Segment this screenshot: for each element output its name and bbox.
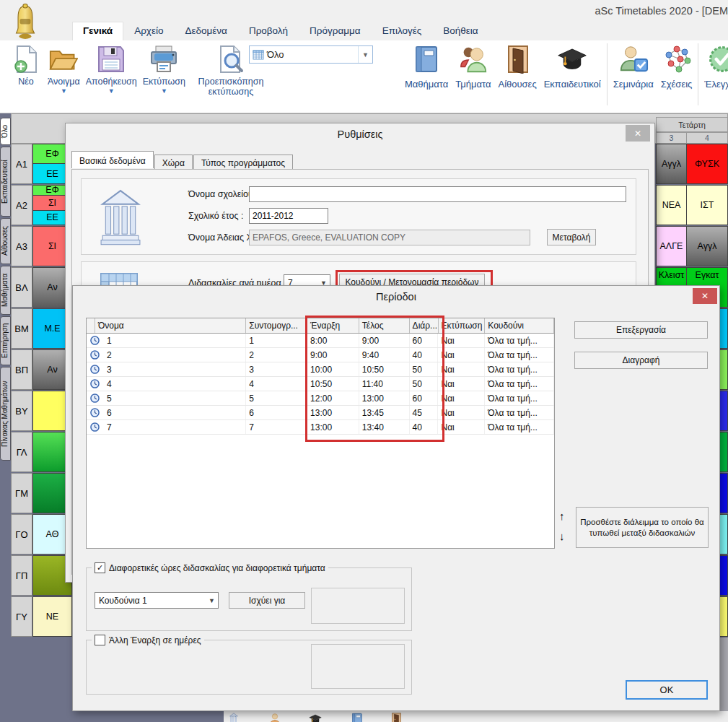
toolbar-button-label: Μαθήματα [405, 79, 448, 90]
toolbar-button[interactable]: Τμήματα [452, 43, 494, 91]
menu-item-4[interactable]: Προβολή [238, 22, 299, 40]
title-bar: aSc Timetables 2020 - [DEM [0, 0, 728, 22]
class-row-header[interactable]: ΒΥ [11, 391, 32, 431]
chevron-down-icon: ▼ [209, 597, 215, 604]
toolbar-button[interactable]: Εκτύπωση▼ [140, 43, 188, 96]
toolbar-button[interactable]: Άνοιγμα▼ [45, 43, 83, 96]
other-start-subframe [311, 644, 405, 689]
license-name-input [249, 230, 530, 245]
column-header[interactable]: Κουδούνι [485, 318, 554, 333]
toolbar-button[interactable]: Εκπαιδευτικοί [540, 43, 605, 91]
book-icon [411, 45, 442, 77]
toolbar-button[interactable]: Αίθουσες [494, 43, 540, 91]
clock-icon [87, 377, 104, 391]
toolbar-button[interactable]: Αποθήκευση▼ [83, 43, 140, 96]
school-name-input[interactable] [249, 186, 626, 202]
table-row[interactable]: 229:009:4040ΝαιΌλα τα τμή... [87, 348, 554, 362]
class-row-header[interactable]: ΒΛ [11, 267, 32, 308]
dropdown-caret-icon[interactable]: ▼ [161, 88, 167, 95]
column-header[interactable]: Διάρ... [410, 318, 439, 333]
graduation-cap-icon [309, 713, 322, 722]
sidebar-tab-3[interactable]: Αίθουσες [0, 218, 11, 264]
table-row[interactable]: 5512:0013:0060ΝαιΌλα τα τμή... [87, 391, 554, 406]
timetable-cell[interactable]: ΝΕ [32, 596, 72, 637]
toolbar-button[interactable]: Σχέσεις [657, 43, 696, 91]
move-up-icon[interactable]: ↑ [559, 510, 565, 522]
toolbar-button[interactable]: Έλεγχος [701, 43, 728, 91]
period-bell-cell: Όλα τα τμή... [485, 391, 554, 405]
menu-item-1[interactable]: Γενικά [72, 22, 123, 40]
bells-select[interactable]: Κουδούνια 1 ▼ [95, 592, 219, 609]
lesson-cell[interactable]: Αγγλ [686, 226, 728, 266]
lesson-cell[interactable]: ΙΣΤ [686, 185, 728, 225]
other-start-checkbox-row[interactable]: Άλλη Έναρξη σε ημέρες [92, 635, 204, 645]
table-row[interactable]: 118:009:0060ΝαιΌλα τα τμή... [87, 334, 554, 348]
book-icon [351, 713, 364, 722]
lesson-cell[interactable]: Αγγλ [656, 144, 687, 184]
menu-item-3[interactable]: Δεδομένα [174, 22, 237, 40]
dropdown-caret-icon[interactable]: ▼ [61, 88, 67, 95]
lesson-cell[interactable]: ΑΛΓΕ [656, 226, 687, 266]
toolbar-button[interactable]: Νέο [7, 43, 45, 88]
column-header[interactable]: Έναρξη [307, 318, 359, 333]
column-header[interactable]: Εκτύπωση [439, 318, 486, 333]
table-row[interactable]: 3310:0010:5050ΝαιΌλα τα τμή... [87, 362, 554, 377]
other-start-checkbox[interactable] [95, 635, 105, 645]
class-row-header[interactable]: ΓΜ [11, 473, 32, 513]
class-row-header[interactable]: ΓΥ [11, 596, 32, 637]
menu-item-2[interactable]: Αρχείο [123, 22, 174, 40]
add-break-button[interactable]: Προσθέστε διάλειμμα το οποίο θα τυπωθεί … [576, 507, 709, 548]
header-lead-cell[interactable] [87, 318, 95, 333]
sidebar-tab-6[interactable]: Πίνακας Μαθημάτων [0, 367, 11, 461]
different-hours-checkbox[interactable] [95, 562, 105, 573]
sidebar-tab-2[interactable]: Εκπαιδευτικοί [0, 147, 11, 217]
table-row[interactable]: 6613:0013:4545ΝαιΌλα τα τμή... [87, 406, 554, 420]
class-row-header[interactable]: A2 [11, 185, 32, 225]
chevron-down-icon[interactable]: ▼ [358, 46, 372, 63]
settings-tab-3[interactable]: Τύπος προγράμματος [193, 155, 293, 170]
class-row-header[interactable]: ΒΜ [11, 308, 32, 349]
school-year-input[interactable] [249, 208, 328, 224]
period-bell-cell: Όλα τα τμή... [485, 377, 554, 391]
class-row-header[interactable]: ΒΠ [11, 349, 32, 390]
lesson-cell[interactable]: ΦΥΣΚ [686, 144, 728, 184]
column-header[interactable]: Συντομογρ... [246, 318, 307, 333]
class-row-header[interactable]: ΓΠ [11, 555, 32, 596]
class-row-header[interactable]: A1 [11, 144, 32, 184]
period-end-cell: 11:40 [359, 377, 410, 391]
class-row-header[interactable]: A3 [11, 226, 32, 266]
menu-item-6[interactable]: Επιλογές [372, 22, 433, 40]
class-row-header[interactable]: ΓΛ [11, 432, 32, 472]
different-hours-checkbox-row[interactable]: Διαφορετικές ώρες διδασκαλίας για διαφορ… [92, 562, 328, 573]
applies-to-button[interactable]: Ισχύει για [229, 592, 305, 609]
menu-item-5[interactable]: Πρόγραμμα [299, 22, 372, 40]
ok-button[interactable]: OK [626, 680, 708, 700]
move-down-icon[interactable]: ↓ [559, 530, 565, 542]
class-row-header[interactable]: ΓΟ [11, 514, 32, 554]
close-icon[interactable]: ✕ [693, 288, 717, 304]
view-selector-combo[interactable]: Όλο ▼ [249, 45, 373, 64]
period-name-cell: 7 [104, 420, 246, 434]
lesson-cell[interactable]: ΝΕ [33, 597, 71, 636]
close-icon[interactable]: ✕ [626, 125, 650, 142]
sidebar-tab-4[interactable]: Μαθήματα [0, 266, 11, 315]
change-license-button[interactable]: Μεταβολή [547, 229, 596, 245]
column-header[interactable]: Όνομα [95, 318, 246, 333]
lesson-cell[interactable]: ΝΕΑ [656, 185, 687, 225]
dropdown-caret-icon[interactable]: ▼ [108, 88, 115, 95]
delete-button[interactable]: Διαγραφή [574, 352, 708, 369]
sidebar-tab-5[interactable]: Επιτήρηση [0, 316, 11, 365]
menu-item-7[interactable]: Βοήθεια [432, 22, 488, 40]
settings-tab-1[interactable]: Βασικά δεδομένα [71, 151, 154, 168]
toolbar-button-label: Άνοιγμα [48, 77, 80, 87]
school-info-group: Όνομα σχολείου Σχολικό έτος : Όνομα Άδει… [81, 178, 636, 255]
table-row[interactable]: 4410:5011:4050ΝαιΌλα τα τμή... [87, 377, 554, 391]
toolbar-button[interactable]: Μαθήματα [401, 43, 452, 91]
settings-tab-2[interactable]: Χώρα [154, 155, 193, 170]
table-row[interactable]: 7713:0013:4040ΝαιΌλα τα τμή... [87, 420, 554, 435]
toolbar-button[interactable]: Σεμινάρια [610, 43, 657, 91]
sidebar-tab-1[interactable]: Όλο [0, 118, 11, 145]
edit-button[interactable]: Επεξεργασία [574, 321, 708, 339]
period-print-cell: Ναι [438, 406, 485, 419]
column-header[interactable]: Τέλος [359, 318, 410, 333]
